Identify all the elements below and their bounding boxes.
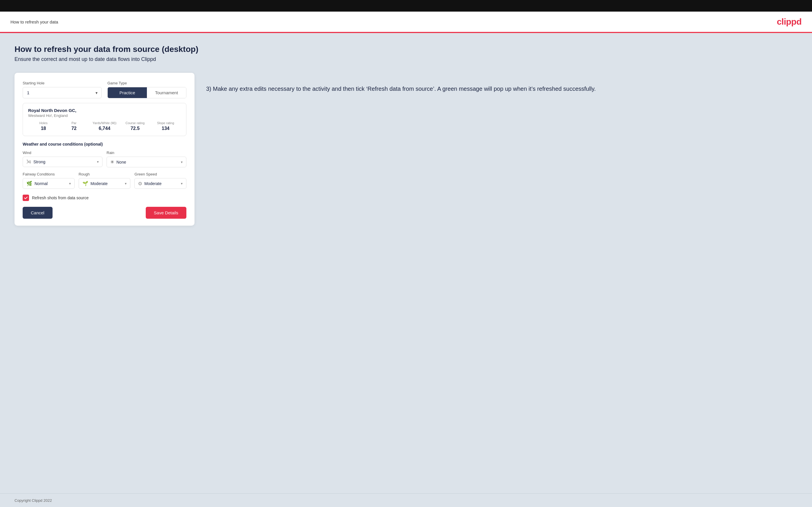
stat-slope-rating: Slope rating 134 <box>150 121 181 131</box>
top-bar <box>0 0 812 12</box>
green-speed-field: Green Speed ⊙ Moderate ▾ <box>135 172 186 189</box>
rough-value: Moderate <box>91 181 125 186</box>
green-speed-value: Moderate <box>144 181 181 186</box>
stat-par: Par 72 <box>59 121 89 131</box>
stat-course-rating: Course rating 72.5 <box>120 121 150 131</box>
holes-label: Holes <box>28 121 59 125</box>
green-speed-icon: ⊙ <box>138 181 142 186</box>
content-row: Starting Hole 1 Game Type Practice Tourn… <box>14 73 798 226</box>
fairway-icon: 🌿 <box>27 181 32 186</box>
slope-rating-value: 134 <box>150 126 181 131</box>
rough-icon: 🌱 <box>83 181 88 186</box>
holes-value: 18 <box>28 126 59 131</box>
stat-yards: Yards/White (M)) 6,744 <box>89 121 119 131</box>
course-stats: Holes 18 Par 72 Yards/White (M)) 6,744 C… <box>28 121 181 131</box>
main-content: How to refresh your data from source (de… <box>0 33 812 493</box>
top-row: Starting Hole 1 Game Type Practice Tourn… <box>22 81 186 98</box>
logo: clippd <box>777 17 802 27</box>
course-info: Royal North Devon GC, Westward Ho!, Engl… <box>22 103 186 136</box>
stat-holes: Holes 18 <box>28 121 59 131</box>
yards-value: 6,744 <box>89 126 119 131</box>
green-speed-label: Green Speed <box>135 172 186 176</box>
green-speed-select[interactable]: ⊙ Moderate ▾ <box>135 178 186 189</box>
refresh-checkbox-label: Refresh shots from data source <box>32 195 89 200</box>
starting-hole-select[interactable]: 1 <box>22 87 102 98</box>
tournament-button[interactable]: Tournament <box>147 87 186 98</box>
yards-label: Yards/White (M)) <box>89 121 119 125</box>
starting-hole-section: Starting Hole 1 <box>22 81 102 98</box>
practice-button[interactable]: Practice <box>108 87 147 98</box>
wind-label: Wind <box>22 151 102 155</box>
rough-arrow-icon: ▾ <box>125 181 126 186</box>
rough-field: Rough 🌱 Moderate ▾ <box>79 172 131 189</box>
cancel-button[interactable]: Cancel <box>22 207 53 219</box>
game-type-section: Game Type Practice Tournament <box>107 81 186 98</box>
wind-rain-row: Wind 🌬 Strong ▾ Rain ✳ None ▾ <box>22 151 186 167</box>
rain-select[interactable]: ✳ None ▾ <box>107 157 186 167</box>
rain-label: Rain <box>107 151 186 155</box>
course-name: Royal North Devon GC, <box>28 108 181 113</box>
fairway-field: Fairway Conditions 🌿 Normal ▾ <box>22 172 74 189</box>
starting-hole-label: Starting Hole <box>22 81 102 85</box>
fairway-value: Normal <box>35 181 69 186</box>
wind-field: Wind 🌬 Strong ▾ <box>22 151 102 167</box>
par-value: 72 <box>59 126 89 131</box>
refresh-checkbox[interactable] <box>22 194 29 201</box>
header-title: How to refresh your data <box>10 19 58 24</box>
action-buttons: Cancel Save Details <box>22 207 186 219</box>
fairway-arrow-icon: ▾ <box>69 181 71 186</box>
rough-select[interactable]: 🌱 Moderate ▾ <box>79 178 131 189</box>
header: How to refresh your data clippd <box>0 12 812 33</box>
right-description: 3) Make any extra edits necessary to the… <box>206 73 798 94</box>
fairway-label: Fairway Conditions <box>22 172 74 176</box>
weather-section-title: Weather and course conditions (optional) <box>22 142 186 147</box>
conditions-row-2: Fairway Conditions 🌿 Normal ▾ Rough 🌱 Mo… <box>22 172 186 189</box>
form-card: Starting Hole 1 Game Type Practice Tourn… <box>14 73 195 226</box>
wind-value: Strong <box>33 160 97 164</box>
slope-rating-label: Slope rating <box>150 121 181 125</box>
game-type-label: Game Type <box>107 81 186 85</box>
wind-arrow-icon: ▾ <box>97 160 99 164</box>
rain-field: Rain ✳ None ▾ <box>107 151 186 167</box>
checkmark-icon <box>24 196 28 200</box>
rain-value: None <box>116 160 181 164</box>
rough-label: Rough <box>79 172 131 176</box>
description-text: 3) Make any extra edits necessary to the… <box>206 84 798 94</box>
course-rating-value: 72.5 <box>120 126 150 131</box>
rain-icon: ✳ <box>110 159 114 165</box>
wind-icon: 🌬 <box>27 159 31 164</box>
fairway-select[interactable]: 🌿 Normal ▾ <box>22 178 74 189</box>
par-label: Par <box>59 121 89 125</box>
green-speed-arrow-icon: ▾ <box>181 181 183 186</box>
copyright-text: Copyright Clippd 2022 <box>14 498 52 503</box>
course-rating-label: Course rating <box>120 121 150 125</box>
checkbox-row: Refresh shots from data source <box>22 194 186 201</box>
save-details-button[interactable]: Save Details <box>146 207 186 219</box>
wind-select[interactable]: 🌬 Strong ▾ <box>22 157 102 167</box>
game-type-buttons: Practice Tournament <box>107 87 186 98</box>
rain-arrow-icon: ▾ <box>181 160 183 164</box>
course-location: Westward Ho!, England <box>28 113 181 118</box>
starting-hole-wrapper[interactable]: 1 <box>22 87 102 98</box>
page-subheading: Ensure the correct and most up to date d… <box>14 56 798 62</box>
page-heading: How to refresh your data from source (de… <box>14 45 798 54</box>
footer: Copyright Clippd 2022 <box>0 493 812 507</box>
